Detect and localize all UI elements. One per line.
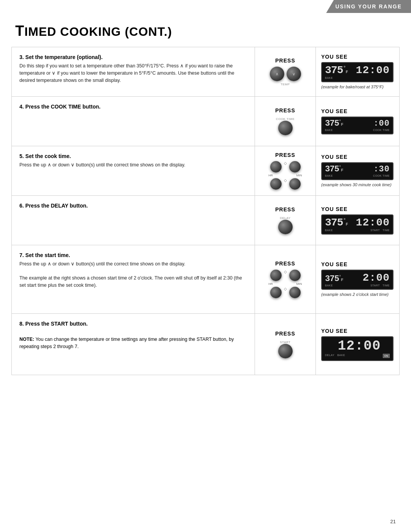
step-5-detail: Press the up ∧ or down ∨ button(s) until… [19,161,247,169]
hr-min-label: HR MIN [269,174,302,177]
arrow-btn-row: ∧ ∨ [270,67,301,81]
press-label-4: PRESS [275,107,295,113]
step-5-text: 5. Set the cook time. Press the up ∧ or … [12,146,255,195]
lcd-sub-right-5: COOK TIME [373,174,390,177]
step-8-main: 8. Press the START button. [19,321,247,327]
hr-label-7: HR [269,282,273,286]
lcd-display-8: 12:00 DELAY BAKE ON [321,336,393,361]
lcd-time-4: :00 [373,120,390,128]
temp-down-btn[interactable]: ∨ [287,67,301,81]
step-row-4: 4. Press the COOK TIME button. PRESS COO… [12,97,399,146]
hr-down-knob[interactable] [270,178,282,190]
step-row-7: 7. Set the start time. Press the up ∧ or… [12,245,399,314]
temp-down-knob[interactable]: ∨ [287,67,301,81]
step-7-main: 7. Set the start time. [19,252,247,258]
step-6-press: PRESS DELAY [255,196,315,245]
hr-min-bottom-row-7: ◇ [270,287,301,298]
lcd-sub-left-7: BAKE [325,284,333,287]
lcd-temp-5: 375°F [325,165,343,174]
lcd-time-7: 2:00 [363,273,390,283]
step-5-main: 5. Set the cook time. [19,153,247,159]
hr-min-buttons-5: ◇ HR MIN ◇ [269,161,302,190]
cook-time-top-label: COOK TIME [276,117,295,121]
min-up-btn-7[interactable] [289,270,301,281]
start-knob[interactable] [278,344,293,358]
hr-min-buttons-7: ◇ HR MIN ◇ [269,270,302,298]
min-down-knob-7[interactable] [289,287,301,298]
lcd-sub-left-6: BAKE [325,229,333,232]
hr-down-btn[interactable] [270,178,282,190]
content-box: 3. Set the temperature (optional). Do th… [11,47,400,375]
yousee-label-8: YOU SEE [321,328,347,334]
step-7-detail2: The example at the right shows a chosen … [19,275,247,289]
step-3-yousee: YOU SEE 375°F 12:00 BAKE (example for ba… [315,47,399,96]
yousee-label-6: YOU SEE [321,206,347,212]
step-8-yousee: YOU SEE 12:00 DELAY BAKE ON [315,314,399,375]
lcd-temp-3: 375°F [325,65,348,76]
temp-label: TEMP [280,83,290,86]
delay-btn[interactable]: DELAY [278,216,293,234]
temp-up-btn[interactable]: ∧ [270,67,284,81]
lcd-display-7: 375°F 2:00 BAKE START TIME [321,270,393,290]
lcd-sub-right-4: COOK TIME [373,129,390,131]
min-label-7: MIN [296,282,302,286]
lcd-sub-right-7: START TIME [370,284,390,287]
step-row-8: 8. Press the START button. NOTE: You can… [12,314,399,375]
step-7-yousee: YOU SEE 375°F 2:00 BAKE START TIME (exam… [315,245,399,313]
lcd-display-5: 375°F :30 BAKE COOK TIME [321,162,393,180]
min-down-knob[interactable] [289,178,301,190]
hr-label: HR [269,174,273,177]
temp-arrow-buttons: ∧ ∨ TEMP [270,67,301,86]
cook-time-btn[interactable]: COOK TIME [276,117,295,135]
min-up-knob-7[interactable] [289,270,301,281]
lcd-time-3: 12:00 [356,65,390,76]
step-4-yousee: YOU SEE 375°F :00 BAKE COOK TIME [315,97,399,146]
lcd-display-6: 375°F 12:00 BAKE START TIME [321,214,393,235]
step-row-3: 3. Set the temperature (optional). Do th… [12,47,399,97]
delay-knob[interactable] [278,220,293,234]
step-4-text: 4. Press the COOK TIME button. [12,97,255,146]
lcd-temp-4: 375°F [325,120,343,128]
yousee-label-3: YOU SEE [321,54,347,60]
hr-up-knob[interactable] [270,161,282,173]
lcd-caption-7: (example shows 2 o'clock start time) [321,292,389,297]
step-3-text: 3. Set the temperature (optional). Do th… [12,47,255,96]
step-3-main: 3. Set the temperature (optional). [19,54,247,60]
lcd-sub-right-6: START TIME [370,229,390,232]
lcd-time-6: 12:00 [356,217,390,228]
step-6-text: 6. Press the DELAY button. [12,196,255,245]
step-6-yousee: YOU SEE 375°F 12:00 BAKE START TIME [315,196,399,245]
hr-min-label-7: HR MIN [269,282,302,286]
step-4-press: PRESS COOK TIME [255,97,315,146]
on-badge: ON [383,354,390,358]
hr-up-btn-7[interactable] [270,270,282,281]
step-8-note: NOTE: You can change the temperature or … [19,336,247,350]
diamond-icon-7: ◇ [284,270,287,281]
hr-min-bottom-row: ◇ [270,178,301,190]
diamond-icon: ◇ [284,161,287,173]
min-up-knob[interactable] [289,161,301,173]
yousee-label-4: YOU SEE [321,108,347,114]
lcd-sub-left-8: DELAY BAKE [325,354,345,358]
min-up-btn[interactable] [289,161,301,173]
step-7-detail1: Press the up ∧ or down ∨ button(s) until… [19,260,247,268]
step-5-yousee: YOU SEE 375°F :30 BAKE COOK TIME (exampl… [315,146,399,195]
hr-min-top-row: ◇ [270,161,301,173]
min-down-btn-7[interactable] [289,287,301,298]
start-btn[interactable]: START [278,340,293,358]
step-8-press: PRESS START [255,314,315,375]
hr-up-btn[interactable] [270,161,282,173]
step-5-press: PRESS ◇ HR MIN [255,146,315,195]
hr-down-knob-7[interactable] [270,287,282,298]
header-title: USING YOUR RANGE [335,3,402,10]
hr-down-btn-7[interactable] [270,287,282,298]
min-label: MIN [296,174,302,177]
cook-time-knob[interactable] [278,121,293,135]
press-label-7: PRESS [275,260,295,267]
press-label-5: PRESS [275,152,295,158]
lcd-temp-7: 375°F [325,275,343,283]
temp-up-knob[interactable]: ∧ [270,67,284,81]
diamond-icon-2: ◇ [284,178,287,190]
hr-up-knob-7[interactable] [270,270,282,281]
min-down-btn[interactable] [289,178,301,190]
